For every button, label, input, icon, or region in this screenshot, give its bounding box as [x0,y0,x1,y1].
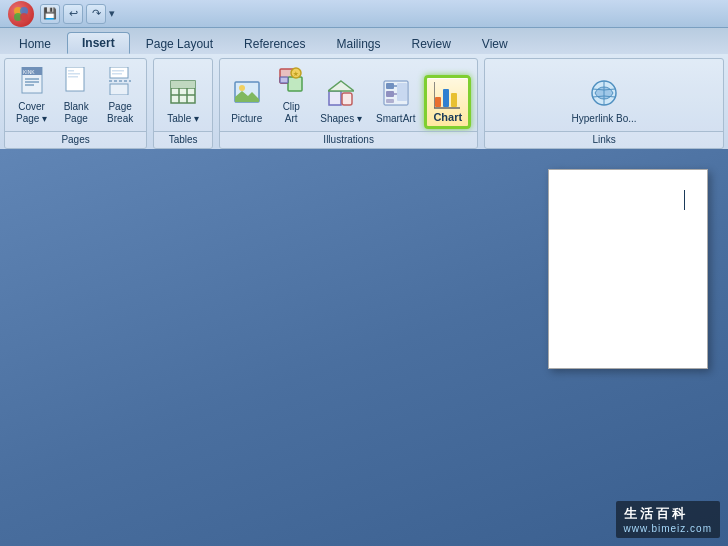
illustrations-group-label: Illustrations [220,131,477,148]
shapes-icon [328,79,354,111]
quick-access-toolbar: 💾 ↩ ↷ ▾ [40,4,115,24]
svg-point-3 [20,13,28,21]
svg-rect-28 [288,77,302,91]
svg-rect-44 [451,93,457,107]
picture-label: Picture [231,113,262,125]
svg-rect-32 [329,91,341,105]
document-area [0,149,728,546]
page-break-icon [109,67,131,99]
page-break-label: PageBreak [107,101,133,125]
tables-group-label: Tables [154,131,212,148]
tab-mailings[interactable]: Mailings [321,32,395,54]
ribbon-group-links: Hyperlink Bo... Links [484,58,724,149]
watermark: 生活百科 www.bimeiz.com [616,501,720,538]
text-cursor [684,190,686,210]
svg-marker-33 [328,81,354,91]
svg-rect-36 [386,83,394,89]
cover-page-icon: KINK [20,67,44,99]
tab-review[interactable]: Review [396,32,465,54]
tab-page-layout[interactable]: Page Layout [131,32,228,54]
tables-group-content: Table ▾ [154,59,212,131]
ribbon-tab-bar: Home Insert Page Layout References Maili… [0,28,728,54]
svg-rect-29 [280,77,288,83]
ribbon-content: KINK CoverPage ▾ Blan [0,54,728,149]
svg-rect-37 [386,91,394,97]
svg-rect-42 [435,97,441,107]
office-orb-button[interactable] [8,1,34,27]
redo-button[interactable]: ↷ [86,4,106,24]
smartart-button[interactable]: SmartArt [371,75,420,129]
links-group-content: Hyperlink Bo... [485,59,723,131]
svg-text:KINK: KINK [23,69,35,75]
title-bar: 💾 ↩ ↷ ▾ [0,0,728,28]
ribbon-group-illustrations: Picture ★ ClipArt [219,58,478,149]
save-button[interactable]: 💾 [40,4,60,24]
picture-button[interactable]: Picture [226,75,267,129]
svg-rect-38 [386,99,394,103]
picture-icon [234,79,260,111]
shapes-button[interactable]: Shapes ▾ [315,75,367,129]
table-label: Table ▾ [167,113,199,125]
svg-rect-14 [110,67,128,78]
svg-rect-43 [443,89,449,107]
table-button[interactable]: Table ▾ [162,75,204,129]
svg-rect-24 [171,81,195,88]
chart-button[interactable]: Chart [424,75,471,129]
customize-qa-button[interactable]: ▾ [109,7,115,20]
watermark-text: 生活百科 [624,505,712,523]
illustrations-group-content: Picture ★ ClipArt [220,59,477,131]
app-window: 💾 ↩ ↷ ▾ Home Insert Page Layout Referenc… [0,0,728,546]
chart-icon [434,81,462,109]
blank-page-button[interactable]: BlankPage [56,63,96,129]
ribbon-group-pages: KINK CoverPage ▾ Blan [4,58,147,149]
clip-art-button[interactable]: ★ ClipArt [271,63,311,129]
hyperlink-label: Hyperlink Bo... [572,113,637,125]
svg-rect-12 [68,73,80,75]
svg-rect-16 [110,84,128,95]
watermark-url: www.bimeiz.com [624,523,712,534]
tab-insert[interactable]: Insert [67,32,130,54]
svg-rect-11 [68,70,74,72]
pages-group-label: Pages [5,131,146,148]
tab-references[interactable]: References [229,32,320,54]
smartart-label: SmartArt [376,113,415,125]
document-page [548,169,708,369]
blank-page-label: BlankPage [64,101,89,125]
clip-art-label: ClipArt [283,101,300,125]
svg-rect-17 [112,70,124,72]
svg-rect-41 [397,83,407,101]
chart-label: Chart [433,111,462,123]
svg-rect-18 [112,73,122,75]
tab-view[interactable]: View [467,32,523,54]
cover-page-button[interactable]: KINK CoverPage ▾ [11,63,52,129]
ribbon-group-tables: Table ▾ Tables [153,58,213,149]
undo-button[interactable]: ↩ [63,4,83,24]
content-area: 生活百科 www.bimeiz.com [0,149,728,546]
links-group-label: Links [485,131,723,148]
tab-home[interactable]: Home [4,32,66,54]
blank-page-icon [65,67,87,99]
cover-page-label: CoverPage ▾ [16,101,47,125]
svg-rect-13 [68,76,78,78]
hyperlink-icon [590,79,618,111]
svg-point-26 [239,85,245,91]
hyperlink-button[interactable]: Hyperlink Bo... [567,75,642,129]
svg-rect-34 [342,93,352,105]
page-break-button[interactable]: PageBreak [100,63,140,129]
pages-group-content: KINK CoverPage ▾ Blan [5,59,146,131]
clip-art-icon: ★ [278,67,304,99]
smartart-icon [383,79,409,111]
shapes-label: Shapes ▾ [320,113,362,125]
table-icon [170,79,196,111]
